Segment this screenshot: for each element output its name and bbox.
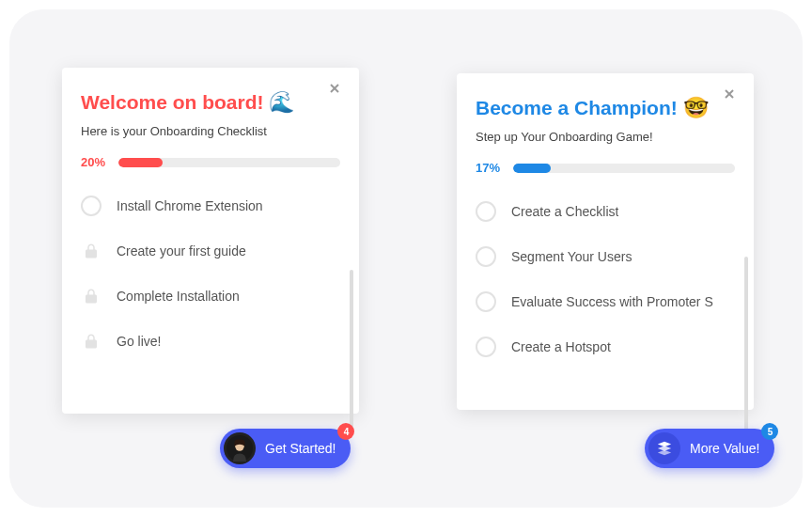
- item-label: Install Chrome Extension: [117, 198, 263, 213]
- card-subtitle: Step up Your Onboarding Game!: [476, 130, 735, 144]
- get-started-button[interactable]: Get Started! 4: [220, 429, 351, 468]
- item-label: Create a Hotspot: [511, 339, 611, 354]
- item-label: Segment Your Users: [511, 249, 632, 264]
- item-label: Create a Checklist: [511, 204, 618, 219]
- progress-fill: [513, 164, 551, 173]
- wave-icon: 🌊: [269, 90, 294, 115]
- progress-percentage: 17%: [476, 161, 504, 175]
- progress-bar: [513, 164, 735, 173]
- checklist-item[interactable]: Create a Hotspot: [476, 337, 735, 357]
- progress-bar: [118, 158, 340, 167]
- close-icon: [722, 86, 737, 102]
- item-label: Go live!: [117, 334, 161, 349]
- more-value-button[interactable]: More Value! 5: [645, 429, 774, 468]
- card-subtitle: Here is your Onboarding Checklist: [81, 124, 340, 138]
- lock-icon: [81, 286, 102, 306]
- progress-row: 17%: [476, 161, 735, 175]
- close-icon: [327, 81, 342, 96]
- progress-fill: [118, 158, 163, 167]
- stack-icon: [656, 440, 673, 457]
- onboarding-card: Welcome on board! 🌊 Here is your Onboard…: [62, 68, 359, 414]
- checklist-item[interactable]: Create a Checklist: [476, 201, 735, 222]
- circle-icon: [476, 291, 496, 312]
- checklist: Create a Checklist Segment Your Users Ev…: [476, 196, 735, 357]
- champion-card: Become a Champion! 🤓 Step up Your Onboar…: [457, 73, 754, 410]
- checklist-item[interactable]: Create your first guide: [81, 241, 340, 261]
- card-title-text: Become a Champion!: [476, 97, 678, 119]
- cta-label: More Value!: [690, 441, 759, 456]
- nerd-icon: 🤓: [683, 96, 709, 120]
- progress-row: 20%: [81, 155, 340, 169]
- circle-icon: [476, 246, 496, 267]
- checklist-item[interactable]: Install Chrome Extension: [81, 196, 340, 216]
- circle-icon: [476, 337, 496, 357]
- app-container: Welcome on board! 🌊 Here is your Onboard…: [9, 9, 803, 508]
- checklist-item[interactable]: Go live!: [81, 331, 340, 352]
- close-button[interactable]: [722, 86, 741, 105]
- notification-badge: 4: [337, 423, 354, 440]
- checklist-item[interactable]: Evaluate Success with Promoter S: [476, 291, 735, 312]
- scrollbar[interactable]: [350, 270, 353, 430]
- cta-label: Get Started!: [265, 441, 336, 456]
- notification-badge: 5: [761, 423, 778, 440]
- checklist-item[interactable]: Complete Installation: [81, 286, 340, 306]
- avatar: [224, 432, 256, 464]
- lock-icon: [81, 241, 102, 261]
- card-title: Welcome on board! 🌊: [81, 90, 340, 115]
- scrollbar[interactable]: [744, 257, 748, 435]
- circle-icon: [81, 196, 102, 216]
- item-label: Create your first guide: [117, 243, 246, 258]
- card-title: Become a Champion! 🤓: [476, 96, 735, 120]
- lock-icon: [81, 331, 102, 352]
- card-title-text: Welcome on board!: [81, 91, 263, 114]
- item-label: Evaluate Success with Promoter S: [511, 294, 713, 309]
- progress-percentage: 20%: [81, 155, 109, 169]
- checklist: Install Chrome Extension Create your fir…: [81, 190, 340, 352]
- item-label: Complete Installation: [117, 289, 240, 304]
- logo-icon: [648, 432, 680, 464]
- close-button[interactable]: [327, 81, 346, 100]
- avatar-icon: [226, 435, 253, 462]
- checklist-item[interactable]: Segment Your Users: [476, 246, 735, 267]
- circle-icon: [476, 201, 496, 222]
